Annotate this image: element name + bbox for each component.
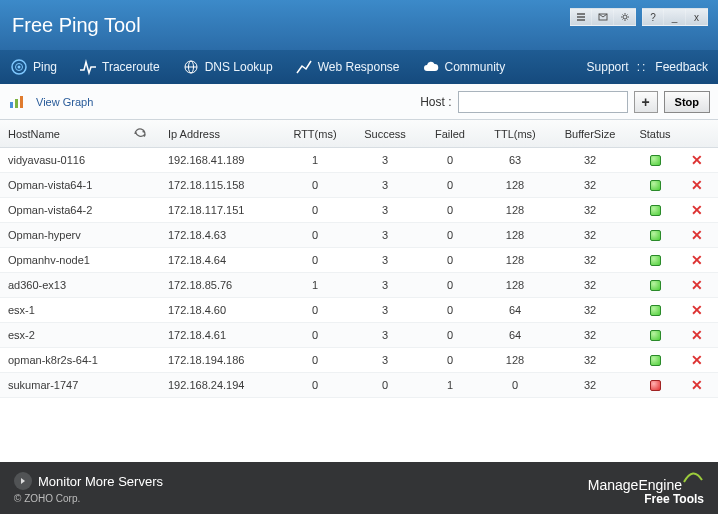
tab-label: DNS Lookup — [205, 60, 273, 74]
tab-dns-lookup[interactable]: DNS Lookup — [182, 58, 273, 76]
table-row[interactable]: Opman-vista64-1172.18.115.15803012832✕ — [0, 173, 718, 198]
feedback-link[interactable]: Feedback — [655, 60, 708, 74]
cell-ip: 172.18.4.60 — [160, 298, 280, 322]
cell-buffer: 32 — [550, 173, 630, 197]
delete-row-icon[interactable]: ✕ — [691, 277, 703, 293]
delete-row-icon[interactable]: ✕ — [691, 227, 703, 243]
svg-point-1 — [623, 15, 627, 19]
col-ip: Ip Address — [160, 120, 280, 147]
cell-host: Opman-hyperv — [0, 223, 160, 247]
tab-web-response[interactable]: Web Response — [295, 58, 400, 76]
swirl-icon — [682, 470, 704, 484]
cell-host: vidyavasu-0116 — [0, 148, 160, 172]
cell-failed: 1 — [420, 373, 480, 397]
cell-rtt: 0 — [280, 173, 350, 197]
cell-buffer: 32 — [550, 323, 630, 347]
brand-sub: Free Tools — [588, 493, 704, 506]
cell-buffer: 32 — [550, 373, 630, 397]
delete-row-icon[interactable]: ✕ — [691, 202, 703, 218]
table-row[interactable]: esx-2172.18.4.610306432✕ — [0, 323, 718, 348]
cell-status — [630, 148, 680, 172]
cell-rtt: 0 — [280, 373, 350, 397]
stop-button[interactable]: Stop — [664, 91, 710, 113]
cell-success: 3 — [350, 148, 420, 172]
cell-ip: 172.18.194.186 — [160, 348, 280, 372]
target-icon — [10, 58, 28, 76]
delete-row-icon[interactable]: ✕ — [691, 302, 703, 318]
table-row[interactable]: opman-k8r2s-64-1172.18.194.18603012832✕ — [0, 348, 718, 373]
menu-icon[interactable] — [570, 8, 592, 26]
minimize-button[interactable]: _ — [664, 8, 686, 26]
cell-failed: 0 — [420, 323, 480, 347]
help-button[interactable]: ? — [642, 8, 664, 26]
table-row[interactable]: sukumar-1747192.168.24.194001032✕ — [0, 373, 718, 398]
status-indicator-icon — [650, 305, 661, 316]
svg-point-4 — [18, 66, 21, 69]
cell-status — [630, 273, 680, 297]
table-row[interactable]: Opman-vista64-2172.18.117.15103012832✕ — [0, 198, 718, 223]
cell-ip: 172.18.117.151 — [160, 198, 280, 222]
table-row[interactable]: ad360-ex13172.18.85.7613012832✕ — [0, 273, 718, 298]
cell-ip: 172.18.85.76 — [160, 273, 280, 297]
svg-rect-8 — [15, 99, 18, 108]
support-link[interactable]: Support — [587, 60, 629, 74]
tab-traceroute[interactable]: Traceroute — [79, 58, 160, 76]
delete-row-icon[interactable]: ✕ — [691, 377, 703, 393]
delete-row-icon[interactable]: ✕ — [691, 352, 703, 368]
refresh-icon[interactable] — [132, 126, 148, 142]
status-indicator-icon — [650, 330, 661, 341]
cell-rtt: 0 — [280, 348, 350, 372]
svg-rect-9 — [20, 96, 23, 108]
tab-ping[interactable]: Ping — [10, 58, 57, 76]
cell-ttl: 128 — [480, 198, 550, 222]
status-indicator-icon — [650, 355, 661, 366]
mail-icon[interactable] — [592, 8, 614, 26]
cell-host: ad360-ex13 — [0, 273, 160, 297]
cell-ttl: 64 — [480, 323, 550, 347]
copyright: © ZOHO Corp. — [14, 493, 163, 504]
cell-ttl: 128 — [480, 248, 550, 272]
subbar: View Graph Host : + Stop — [0, 84, 718, 120]
delete-row-icon[interactable]: ✕ — [691, 177, 703, 193]
status-indicator-icon — [650, 380, 661, 391]
table-row[interactable]: vidyavasu-0116192.168.41.1891306332✕ — [0, 148, 718, 173]
cell-host: Opman-vista64-2 — [0, 198, 160, 222]
view-graph-link[interactable]: View Graph — [36, 96, 93, 108]
tab-community[interactable]: Community — [422, 58, 506, 76]
table-row[interactable]: Opman-hyperv172.18.4.6303012832✕ — [0, 223, 718, 248]
svg-rect-7 — [10, 102, 13, 108]
col-buffer: BufferSize — [550, 120, 630, 147]
arrow-icon — [14, 472, 32, 490]
status-indicator-icon — [650, 280, 661, 291]
cell-buffer: 32 — [550, 298, 630, 322]
pulse-icon — [79, 58, 97, 76]
table-row[interactable]: Opmanhv-node1172.18.4.6403012832✕ — [0, 248, 718, 273]
delete-row-icon[interactable]: ✕ — [691, 252, 703, 268]
footer: Monitor More Servers © ZOHO Corp. Manage… — [0, 462, 718, 514]
col-rtt: RTT(ms) — [280, 120, 350, 147]
monitor-more-link[interactable]: Monitor More Servers — [38, 474, 163, 489]
brand-name: ManageEngine — [588, 477, 682, 493]
cell-failed: 0 — [420, 198, 480, 222]
delete-row-icon[interactable]: ✕ — [691, 152, 703, 168]
host-input[interactable] — [458, 91, 628, 113]
cell-status — [630, 348, 680, 372]
window-controls: ? _ x — [570, 8, 708, 26]
table-row[interactable]: esx-1172.18.4.600306432✕ — [0, 298, 718, 323]
delete-row-icon[interactable]: ✕ — [691, 327, 703, 343]
cell-buffer: 32 — [550, 223, 630, 247]
add-host-button[interactable]: + — [634, 91, 658, 113]
cell-rtt: 1 — [280, 148, 350, 172]
gear-icon[interactable] — [614, 8, 636, 26]
close-button[interactable]: x — [686, 8, 708, 26]
cell-ttl: 128 — [480, 223, 550, 247]
cell-failed: 0 — [420, 148, 480, 172]
cell-buffer: 32 — [550, 348, 630, 372]
cell-ttl: 128 — [480, 173, 550, 197]
cell-ip: 172.18.115.158 — [160, 173, 280, 197]
cell-host: sukumar-1747 — [0, 373, 160, 397]
chart-icon[interactable] — [8, 94, 28, 110]
status-indicator-icon — [650, 155, 661, 166]
status-indicator-icon — [650, 230, 661, 241]
cell-success: 0 — [350, 373, 420, 397]
